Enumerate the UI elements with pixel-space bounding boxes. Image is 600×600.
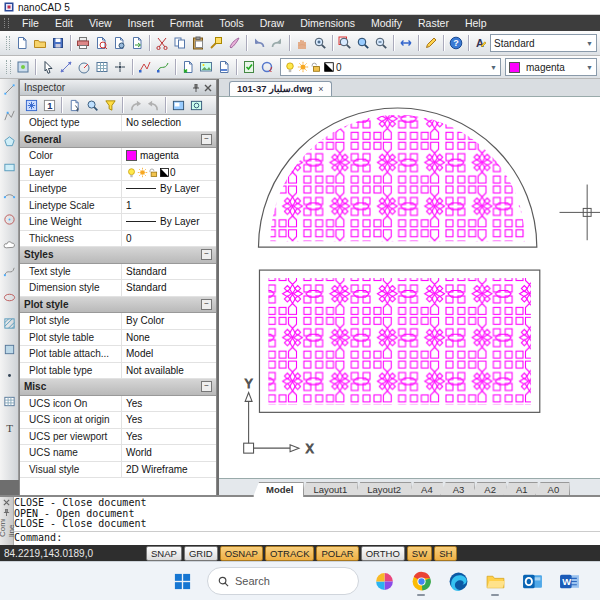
property-value[interactable]: Standard [122,282,216,293]
drawing-canvas[interactable]: Y X [219,97,600,478]
line-button[interactable] [1,82,17,97]
pin-icon[interactable] [3,509,10,516]
property-value[interactable]: By Layer [122,183,216,194]
toggle-osnap[interactable]: OSNAP [220,546,263,561]
count-one-button[interactable]: 1 [40,96,58,114]
spline-edit-button[interactable] [154,58,172,76]
text-style-combo[interactable]: Standard ▼ [490,34,597,52]
property-value[interactable]: Yes [122,398,216,409]
property-value[interactable]: None [122,332,216,343]
collapse-button[interactable]: − [201,134,212,145]
inspector-section-general[interactable]: General− [20,132,216,149]
taskbar-icon-file-explorer[interactable] [483,566,507,596]
close-icon[interactable] [3,499,10,506]
measure-button[interactable] [57,58,75,76]
xref-button[interactable] [179,58,197,76]
zoom-out-button[interactable] [372,34,390,52]
table-tool-button[interactable] [1,394,17,409]
pline-edit-button[interactable] [136,58,154,76]
region-button[interactable] [1,342,17,357]
taskbar-search[interactable]: Search [207,567,359,595]
view-orbit-button[interactable] [258,58,276,76]
property-value[interactable]: Standard [122,266,216,277]
point-button[interactable] [1,368,17,383]
menu-edit[interactable]: Edit [48,16,80,30]
collapse-button[interactable]: − [201,249,212,260]
inspector-sync-button[interactable] [240,58,258,76]
close-icon[interactable] [204,84,212,92]
arc-button[interactable] [1,186,17,201]
page-setup-button[interactable] [110,34,128,52]
close-icon[interactable]: × [318,84,323,94]
property-value[interactable]: By Layer [122,216,216,227]
pan-button[interactable] [293,34,311,52]
property-value[interactable]: 1 [122,200,216,211]
taskbar-icon-word[interactable]: W [557,566,581,596]
table-tool-button[interactable] [93,58,111,76]
toggle-sh[interactable]: SH [434,546,457,561]
select-similar-button[interactable] [83,96,101,114]
toolbar-grip[interactable] [6,36,10,50]
underlay-button[interactable] [215,58,233,76]
property-value[interactable]: Model [122,348,216,359]
toggle-ortho[interactable]: ORTHO [361,546,405,561]
cut-button[interactable] [153,34,171,52]
ellipse-button[interactable] [1,290,17,305]
property-value[interactable]: World [122,447,216,458]
polyline-button[interactable] [1,108,17,123]
save-button[interactable] [49,34,67,52]
text-style-button[interactable]: A [472,34,490,52]
property-value[interactable]: No selection [122,117,216,128]
property-value[interactable]: Yes [122,431,216,442]
menu-file[interactable]: File [15,16,46,30]
plot-button[interactable] [74,34,92,52]
collapse-button[interactable]: − [201,299,212,310]
menu-modify[interactable]: Modify [364,16,409,30]
property-value[interactable]: 0 [122,167,216,178]
menu-view[interactable]: View [82,16,119,30]
zoom-realtime-button[interactable] [311,34,329,52]
menu-tools[interactable]: Tools [212,16,251,30]
protractor-button[interactable] [75,58,93,76]
color-combo[interactable]: magenta ▼ [505,58,597,76]
select-button[interactable] [39,58,57,76]
hatch-button[interactable] [1,316,17,331]
text-button[interactable]: T [1,420,17,435]
taskbar-icon-chrome[interactable] [409,566,433,596]
property-value[interactable]: By Color [122,315,216,326]
toolbar-grip[interactable] [4,18,9,28]
property-value[interactable]: 0 [122,233,216,244]
property-value[interactable]: 2D Wireframe [122,464,216,475]
circle-button[interactable] [1,212,17,227]
toggle-otrack[interactable]: OTRACK [265,546,315,561]
preview-a-button[interactable] [169,96,187,114]
paste-button[interactable] [189,34,207,52]
inspector-section-plot-style[interactable]: Plot style− [20,297,216,314]
toolbar-grip[interactable] [6,60,11,74]
inspector-section-styles[interactable]: Styles− [20,247,216,264]
open-button[interactable] [31,34,49,52]
zoom-window-button[interactable] [336,34,354,52]
toggle-grid[interactable]: GRID [184,546,218,561]
property-value[interactable]: Yes [122,414,216,425]
toggle-snap[interactable]: SNAP [146,546,182,561]
undo-button[interactable] [250,34,268,52]
spline-button[interactable] [1,264,17,279]
point-style-button[interactable] [111,58,129,76]
redo-button[interactable] [268,34,286,52]
export-button[interactable] [128,34,146,52]
preview-b-button[interactable] [187,96,205,114]
menu-help[interactable]: Help [458,16,494,30]
zoom-dynamic-button[interactable] [354,34,372,52]
layout-tab-model[interactable]: Model [253,482,304,497]
toggle-sw[interactable]: SW [407,546,432,561]
property-value[interactable]: Not available [122,365,216,376]
copy-button[interactable] [171,34,189,52]
toggle-polar[interactable]: POLAR [316,546,358,561]
new-button[interactable] [13,34,31,52]
rectangle-button[interactable] [1,160,17,175]
brush-button[interactable] [225,34,243,52]
help-button[interactable]: ? [447,34,465,52]
arrow-undo-button[interactable] [126,96,144,114]
document-tab[interactable]: 101-37 سلبار.dwg × [229,81,332,96]
